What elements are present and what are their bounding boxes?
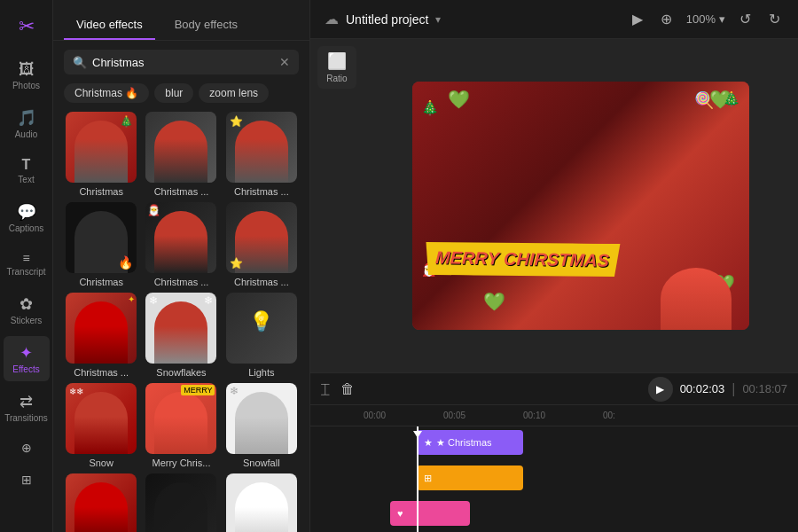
effect-thumb-2: [145, 112, 216, 183]
sidebar-item-stickers[interactable]: ✿ Stickers: [4, 287, 50, 332]
timeline-ruler: 00:00 00:05 00:10 00:: [310, 405, 798, 426]
tab-video-effects[interactable]: Video effects: [64, 11, 155, 40]
cursor-tool-button[interactable]: ⊕: [657, 7, 676, 31]
effects-tabs: Video effects Body effects: [53, 0, 309, 41]
video-frame: 💚 💚 💚 💚 🍭 🎄 🎄 🎅 MERRY CHIRSTMAS: [412, 82, 749, 330]
effect-label-7: Christmas ...: [74, 367, 129, 378]
effect-item-11[interactable]: MERRY Merry Chris...: [144, 383, 218, 468]
main-area: ☁ Untitled project ▾ ▶ ⊕ 100% ▾ ↺ ↻ ⬜ Ra…: [310, 0, 798, 532]
clip-christmas-icon: ★: [424, 437, 433, 449]
expand-icon: ⊕: [21, 441, 32, 455]
effect-label-4: Christmas: [79, 277, 123, 287]
sidebar-item-transcript[interactable]: ≡ Transcript: [4, 244, 50, 284]
heart-decor-1: 💚: [448, 89, 470, 110]
time-divider: |: [732, 381, 735, 397]
play-preview-button[interactable]: ▶: [629, 7, 646, 31]
effect-label-1: Christmas: [79, 186, 123, 197]
track-row-1: ★ ★ Christmas: [364, 426, 798, 458]
gift-decoration: [661, 268, 732, 330]
filter-tag-zoom[interactable]: zoom lens: [199, 83, 269, 103]
video-background: 💚 💚 💚 💚 🍭 🎄 🎄 🎅 MERRY CHIRSTMAS: [412, 82, 749, 330]
stickers-icon: ✿: [20, 294, 33, 314]
playback-controls: ▶ 00:02:03 | 00:18:07: [648, 377, 787, 402]
effect-item-7[interactable]: ✦ Christmas ...: [64, 293, 138, 378]
top-bar: ☁ Untitled project ▾ ▶ ⊕ 100% ▾ ↺ ↻: [310, 0, 798, 39]
effect-thumb-14: [145, 473, 216, 532]
photos-icon: 🖼: [19, 60, 35, 79]
clip-christmas-label: ★ Christmas: [436, 437, 492, 449]
sidebar-label-transitions: Transitions: [4, 413, 48, 423]
ruler-mark-3: 00:: [603, 411, 615, 420]
timeline-toolbar: ⌶ 🗑 ▶ 00:02:03 | 00:18:07: [310, 373, 798, 405]
effect-item-8[interactable]: ❄ ❄ Snowflakes: [144, 293, 218, 378]
effect-item-4[interactable]: 🔥 Christmas: [64, 202, 138, 287]
tree-decor-2: 🎄: [723, 90, 740, 107]
text-cursor-tool[interactable]: ⌶: [321, 381, 330, 397]
sidebar-item-photos[interactable]: 🖼 Photos: [4, 53, 50, 98]
filter-tag-blur[interactable]: blur: [154, 83, 193, 103]
sidebar-label-text: Text: [18, 175, 34, 184]
effect-item-12[interactable]: ❄ Snowfall: [224, 383, 299, 468]
captions-icon: 💬: [17, 202, 36, 222]
ruler-mark-2: 00:10: [523, 411, 545, 420]
effect-thumb-9: 💡: [226, 293, 297, 364]
project-dropdown[interactable]: ▾: [435, 13, 441, 26]
zoom-value: 100%: [686, 12, 716, 26]
effect-thumb-6: ⭐: [226, 202, 297, 273]
sidebar-label-photos: Photos: [12, 81, 40, 90]
effect-thumb-15: [226, 473, 297, 532]
effect-item-14[interactable]: Christmas: [144, 473, 218, 532]
sidebar-item-transitions[interactable]: ⇄ Transitions: [4, 385, 50, 430]
ruler-mark-1: 00:05: [443, 411, 466, 420]
merry-text: MERRY CHIRSTMAS: [434, 247, 609, 270]
timeline-section: ⌶ 🗑 ▶ 00:02:03 | 00:18:07 00:00 00:05 00…: [310, 372, 798, 532]
effect-item-5[interactable]: 🎅 Christmas ...: [144, 202, 218, 287]
grid-icon: ⊞: [21, 473, 32, 487]
time-current: 00:02:03: [680, 382, 725, 395]
top-bar-left: ☁ Untitled project ▾: [325, 11, 441, 27]
search-bar: 🔍 ✕: [64, 50, 299, 74]
sidebar-item-audio[interactable]: 🎵 Audio: [4, 101, 50, 146]
delete-tool[interactable]: 🗑: [340, 381, 355, 397]
clip-christmas[interactable]: ★ ★ Christmas: [417, 430, 523, 455]
effect-item-3[interactable]: ⭐ Christmas ...: [224, 112, 299, 197]
tab-body-effects[interactable]: Body effects: [162, 11, 250, 40]
candy-decor: 🍭: [694, 90, 714, 110]
zoom-control[interactable]: 100% ▾: [686, 12, 725, 26]
sidebar-item-captions[interactable]: 💬 Captions: [4, 195, 50, 240]
undo-button[interactable]: ↺: [736, 7, 755, 31]
sidebar-item-text[interactable]: T Text: [4, 150, 50, 192]
effect-label-2: Christmas ...: [154, 186, 209, 197]
sidebar-item-effects[interactable]: ✦ Effects: [4, 336, 50, 381]
ratio-panel: ⬜ Ratio: [310, 39, 364, 372]
redo-button[interactable]: ↻: [765, 7, 784, 31]
effect-item-10[interactable]: ❄❄ Snow: [64, 383, 138, 468]
effect-item-2[interactable]: Christmas ...: [144, 112, 218, 197]
play-button[interactable]: ▶: [648, 377, 673, 402]
audio-icon: 🎵: [17, 108, 36, 128]
effect-thumb-7: ✦: [66, 293, 137, 364]
sidebar-label-audio: Audio: [15, 129, 38, 139]
track-row-2: ⊞: [364, 462, 798, 494]
effect-thumb-10: ❄❄: [66, 383, 137, 454]
ratio-button[interactable]: ⬜ Ratio: [317, 46, 356, 89]
effect-label-9: Lights: [248, 367, 274, 378]
search-input[interactable]: [92, 56, 274, 69]
sidebar-item-expand[interactable]: ⊕: [4, 434, 50, 462]
clip-orange[interactable]: ⊞: [417, 466, 523, 490]
heart-decor-4: 💚: [483, 291, 505, 312]
effect-thumb-1: 🎄: [66, 112, 137, 183]
clear-search-button[interactable]: ✕: [279, 55, 290, 69]
clip-pink[interactable]: ♥: [390, 501, 470, 526]
filter-tag-christmas[interactable]: Christmas 🔥: [64, 83, 149, 103]
sidebar-item-grid[interactable]: ⊞: [4, 466, 50, 494]
effect-item-1[interactable]: 🎄 Christmas: [64, 112, 138, 197]
effect-item-9[interactable]: 💡 Lights: [224, 293, 299, 378]
sidebar: ✂ 🖼 Photos 🎵 Audio T Text 💬 Captions ≡ T…: [0, 0, 53, 532]
effect-item-13[interactable]: Christmas ...: [64, 473, 138, 532]
effect-item-15[interactable]: Christmas ...: [224, 473, 299, 532]
effect-label-10: Snow: [89, 458, 113, 468]
effect-item-6[interactable]: ⭐ Christmas ...: [224, 202, 299, 287]
effect-label-11: Merry Chris...: [152, 458, 210, 468]
effect-label-6: Christmas ...: [234, 277, 289, 287]
